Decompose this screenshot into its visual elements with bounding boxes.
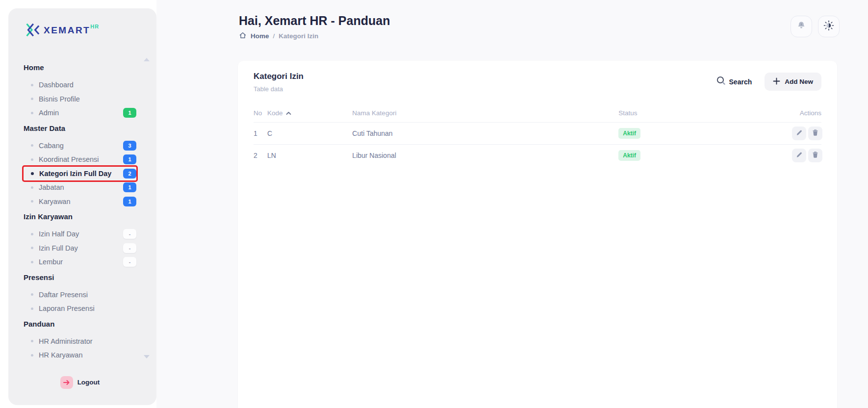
sidebar-item-hr-karyawan[interactable]: HR Karyawan [24, 348, 136, 362]
sidebar-item-dashboard[interactable]: Dashboard [24, 78, 136, 92]
sidebar-heading-master-data: Master Data [24, 124, 136, 133]
sidebar-item-label: Izin Full Day [39, 244, 123, 252]
breadcrumb-separator: / [273, 32, 275, 40]
pencil-icon [795, 151, 803, 160]
cell-no: 1 [254, 122, 267, 144]
card-subtitle: Table data [254, 85, 304, 93]
card-title: Kategori Izin [254, 72, 304, 81]
sidebar-item-cabang[interactable]: Cabang 3 [24, 139, 136, 153]
bullet-icon [31, 307, 33, 310]
search-icon [716, 76, 726, 87]
edit-button[interactable] [792, 127, 806, 140]
sidebar-item-label: Cabang [39, 142, 123, 150]
sort-asc-icon [286, 109, 291, 117]
pencil-icon [795, 129, 803, 138]
brand-logo[interactable]: XEMART HR [24, 22, 136, 40]
table-header-row: No Kode Nama Kategori [254, 104, 821, 122]
theme-toggle-button[interactable] [818, 16, 840, 37]
brand-name: XEMART [44, 22, 90, 39]
sidebar-item-label: Kategori Izin Full Day [39, 170, 123, 178]
bullet-icon [31, 172, 34, 175]
sidebar-item-admin[interactable]: Admin 1 [24, 106, 136, 120]
column-header-kode[interactable]: Kode [267, 104, 352, 122]
bell-icon [796, 21, 806, 32]
kategori-izin-table: No Kode Nama Kategori [254, 104, 821, 166]
trash-icon [812, 129, 819, 138]
sidebar-item-karyawan[interactable]: Karyawan 1 [24, 195, 136, 209]
bullet-icon [31, 247, 33, 249]
bullet-icon [31, 340, 33, 342]
count-badge: - [123, 243, 136, 253]
bullet-icon [31, 84, 33, 86]
bullet-icon [31, 293, 33, 296]
search-button[interactable]: Search [716, 76, 752, 87]
sidebar-item-lembur[interactable]: Lembur - [24, 255, 136, 269]
brand-suffix: HR [90, 22, 99, 31]
sidebar-item-daftar-presensi[interactable]: Daftar Presensi [24, 288, 136, 302]
table-row: 1 C Cuti Tahunan Aktif [254, 122, 821, 144]
status-badge: Aktif [618, 150, 640, 161]
chevron-up-icon[interactable] [144, 58, 150, 61]
count-badge: 1 [123, 182, 136, 192]
cell-no: 2 [254, 144, 267, 166]
sidebar-item-label: Lembur [39, 258, 123, 266]
bullet-icon [31, 112, 33, 114]
sidebar-item-label: Admin [39, 109, 123, 117]
edit-button[interactable] [792, 149, 806, 162]
app-root: XEMART HR Home Dashboard Bisnis Profile … [0, 0, 868, 408]
breadcrumb-home-link[interactable]: Home [251, 32, 269, 40]
sidebar-item-hr-administrator[interactable]: HR Administrator [24, 334, 136, 349]
count-badge: 2 [123, 169, 136, 178]
logout-arrow-icon [60, 376, 73, 389]
sidebar-item-label: Dashboard [39, 81, 136, 89]
table-row: 2 LN Libur Nasional Aktif [254, 144, 821, 166]
add-new-label: Add New [785, 78, 813, 85]
sidebar-item-izin-half-day[interactable]: Izin Half Day - [24, 227, 136, 241]
bullet-icon [31, 186, 33, 189]
sidebar-item-label: Jabatan [39, 183, 123, 191]
count-badge: - [123, 229, 136, 239]
status-badge: Aktif [618, 128, 640, 139]
count-badge: 1 [123, 197, 136, 206]
bullet-icon [31, 200, 33, 203]
bullet-icon [31, 98, 33, 100]
count-badge: 1 [123, 154, 136, 164]
logout-label: Logout [77, 379, 100, 386]
logout-button[interactable]: Logout [24, 375, 136, 390]
home-icon [239, 31, 247, 41]
sidebar-heading-home: Home [24, 63, 136, 72]
cell-nama-kategori: Libur Nasional [352, 144, 618, 166]
column-header-no: No [254, 104, 267, 122]
notifications-button[interactable] [791, 16, 812, 37]
sidebar-item-kategori-izin-full-day[interactable]: Kategori Izin Full Day 2 [24, 167, 136, 181]
sidebar-item-koordinat-presensi[interactable]: Koordinat Presensi 1 [24, 153, 136, 167]
bullet-icon [31, 233, 33, 235]
sidebar-item-bisnis-profile[interactable]: Bisnis Profile [24, 92, 136, 106]
delete-button[interactable] [808, 149, 822, 162]
kategori-izin-card: Kategori Izin Table data Search [238, 61, 837, 408]
chevron-down-icon[interactable] [144, 355, 150, 358]
bullet-icon [31, 144, 33, 147]
search-label: Search [729, 78, 752, 86]
breadcrumb-current: Kategori Izin [279, 32, 318, 40]
theme-toggle-icon [823, 20, 834, 33]
sidebar-item-izin-full-day[interactable]: Izin Full Day - [24, 241, 136, 255]
sidebar-heading-panduan: Panduan [24, 320, 136, 329]
sidebar-heading-izin-karyawan: Izin Karyawan [24, 212, 136, 221]
cell-kode: LN [267, 144, 352, 166]
sidebar-item-label: HR Administrator [39, 337, 136, 345]
column-header-kode-label: Kode [267, 109, 283, 117]
sidebar-item-label: Bisnis Profile [39, 95, 136, 103]
add-new-button[interactable]: Add New [765, 73, 821, 91]
count-badge: - [123, 257, 136, 267]
bullet-icon [31, 158, 33, 161]
brand-x-icon [24, 22, 40, 40]
delete-button[interactable] [808, 127, 822, 140]
column-header-actions: Actions [792, 104, 821, 122]
sidebar-item-jabatan[interactable]: Jabatan 1 [24, 180, 136, 195]
count-badge: 3 [123, 141, 136, 151]
page-title: Hai, Xemart HR - Panduan [239, 14, 390, 28]
sidebar-item-laporan-presensi[interactable]: Laporan Presensi [24, 302, 136, 316]
column-header-nama-kategori: Nama Kategori [352, 104, 618, 122]
sidebar-item-label: Daftar Presensi [39, 291, 136, 299]
